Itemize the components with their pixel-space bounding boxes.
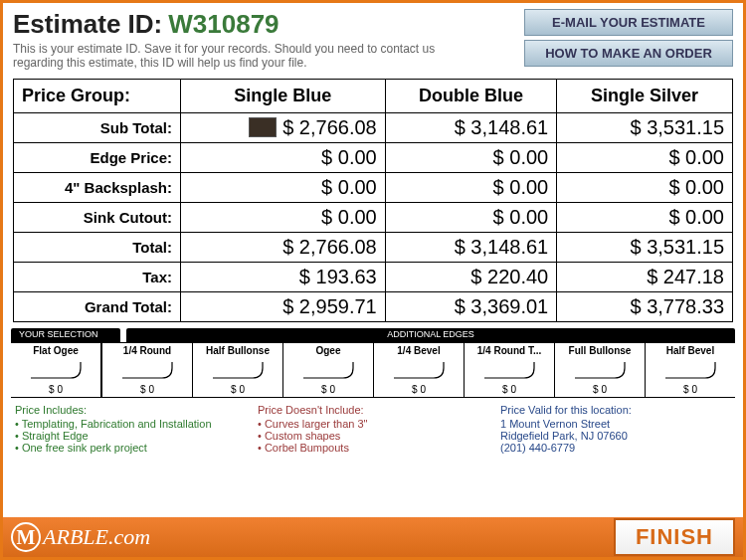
header: Estimate ID: W310879 This is your estima… bbox=[3, 3, 743, 75]
row-label: Edge Price: bbox=[14, 142, 181, 172]
edge-profile-icon bbox=[13, 358, 98, 382]
estimate-id-value: W310879 bbox=[168, 9, 279, 40]
edge-option[interactable]: Ogee$ 0 bbox=[283, 343, 374, 397]
edge-name: 1/4 Round bbox=[104, 345, 190, 356]
includes-item: Templating, Fabrication and Installation bbox=[15, 418, 246, 430]
finish-button[interactable]: FINISH bbox=[614, 518, 735, 556]
logo-text: ARBLE.com bbox=[43, 524, 150, 550]
info-row: Price Includes: Templating, Fabrication … bbox=[3, 398, 743, 458]
header-buttons: E-MAIL YOUR ESTIMATE HOW TO MAKE AN ORDE… bbox=[524, 9, 733, 71]
price-cell: $ 0.00 bbox=[385, 172, 556, 202]
edge-name: 1/4 Bevel bbox=[376, 345, 462, 356]
price-row: Edge Price:$ 0.00$ 0.00$ 0.00 bbox=[14, 142, 733, 172]
edge-name: Ogee bbox=[285, 345, 371, 356]
location-line: (201) 440-6779 bbox=[500, 442, 731, 454]
row-label: Sink Cutout: bbox=[14, 202, 181, 232]
includes-item: One free sink perk project bbox=[15, 442, 246, 454]
edge-name: Half Bevel bbox=[648, 345, 733, 356]
location-title: Price Valid for this location: bbox=[500, 404, 731, 416]
logo-m-icon: M bbox=[11, 522, 41, 552]
price-cell: $ 0.00 bbox=[181, 202, 386, 232]
price-cell: $ 3,369.01 bbox=[385, 291, 556, 321]
price-row: Tax:$ 193.63$ 220.40$ 247.18 bbox=[14, 262, 733, 291]
price-cell: $ 0.00 bbox=[181, 142, 386, 172]
price-row: Grand Total:$ 2,959.71$ 3,369.01$ 3,778.… bbox=[14, 291, 733, 321]
price-excludes: Price Doesn't Include: Curves larger tha… bbox=[258, 404, 488, 454]
edge-price: $ 0 bbox=[195, 384, 280, 395]
edge-profile-icon bbox=[557, 358, 643, 382]
price-group-label: Price Group: bbox=[14, 79, 181, 112]
price-cell: $ 0.00 bbox=[557, 202, 733, 232]
price-includes: Price Includes: Templating, Fabrication … bbox=[15, 404, 246, 454]
estimate-id-sub: This is your estimate ID. Save it for yo… bbox=[13, 42, 451, 71]
price-table: Price Group:Single BlueDouble BlueSingle… bbox=[13, 79, 733, 322]
edge-name: Half Bullonse bbox=[195, 345, 280, 356]
edge-profile-icon bbox=[285, 358, 371, 382]
edges-row: Flat Ogee$ 01/4 Round$ 0Half Bullonse$ 0… bbox=[11, 342, 735, 398]
price-group-col: Double Blue bbox=[385, 79, 556, 112]
price-cell: $ 0.00 bbox=[557, 172, 733, 202]
price-cell: $ 2,766.08 bbox=[181, 112, 386, 142]
row-label: Grand Total: bbox=[14, 291, 181, 321]
edge-name: Flat Ogee bbox=[13, 345, 98, 356]
edge-name: Full Bullonse bbox=[557, 345, 643, 356]
footer: M ARBLE.com FINISH bbox=[3, 517, 743, 557]
edge-option[interactable]: Full Bullonse$ 0 bbox=[555, 343, 646, 397]
edge-option[interactable]: Flat Ogee$ 0 bbox=[11, 343, 102, 397]
price-cell: $ 247.18 bbox=[557, 262, 733, 291]
includes-title: Price Includes: bbox=[15, 404, 246, 416]
edge-price: $ 0 bbox=[13, 384, 98, 395]
marble-logo: M ARBLE.com bbox=[11, 522, 150, 552]
edge-option[interactable]: 1/4 Round T...$ 0 bbox=[465, 343, 555, 397]
edge-profile-icon bbox=[466, 358, 552, 382]
price-cell: $ 2,766.08 bbox=[181, 232, 386, 262]
edge-option[interactable]: Half Bevel$ 0 bbox=[646, 343, 735, 397]
row-label: Total: bbox=[14, 232, 181, 262]
edge-option[interactable]: Half Bullonse$ 0 bbox=[193, 343, 283, 397]
price-cell: $ 0.00 bbox=[181, 172, 386, 202]
how-to-order-button[interactable]: HOW TO MAKE AN ORDER bbox=[524, 40, 733, 67]
edge-name: 1/4 Round T... bbox=[466, 345, 552, 356]
email-estimate-button[interactable]: E-MAIL YOUR ESTIMATE bbox=[524, 9, 733, 36]
row-label: 4" Backsplash: bbox=[14, 172, 181, 202]
edge-profile-icon bbox=[376, 358, 462, 382]
excludes-item: Curves larger than 3" bbox=[258, 418, 488, 430]
price-cell: $ 220.40 bbox=[385, 262, 556, 291]
price-cell: $ 0.00 bbox=[557, 142, 733, 172]
price-group-col: Single Silver bbox=[557, 79, 733, 112]
title-row: Estimate ID: W310879 bbox=[13, 9, 524, 40]
row-label: Tax: bbox=[14, 262, 181, 291]
includes-item: Straight Edge bbox=[15, 430, 246, 442]
price-cell: $ 0.00 bbox=[385, 142, 556, 172]
price-row: 4" Backsplash:$ 0.00$ 0.00$ 0.00 bbox=[14, 172, 733, 202]
price-cell: $ 3,148.61 bbox=[385, 232, 556, 262]
edge-price: $ 0 bbox=[466, 384, 552, 395]
price-row: Sub Total:$ 2,766.08$ 3,148.61$ 3,531.15 bbox=[14, 112, 733, 142]
edges-strip: YOUR SELECTION ADDITIONAL EDGES Flat Oge… bbox=[11, 328, 735, 398]
edge-profile-icon bbox=[104, 358, 190, 382]
price-cell: $ 2,959.71 bbox=[181, 291, 386, 321]
price-location: Price Valid for this location: 1 Mount V… bbox=[500, 404, 731, 454]
price-cell: $ 3,778.33 bbox=[557, 291, 733, 321]
price-group-col: Single Blue bbox=[181, 79, 386, 112]
excludes-title: Price Doesn't Include: bbox=[258, 404, 488, 416]
estimate-id-label: Estimate ID: bbox=[13, 9, 162, 40]
edge-price: $ 0 bbox=[376, 384, 462, 395]
edge-profile-icon bbox=[648, 358, 733, 382]
selection-head: YOUR SELECTION bbox=[11, 328, 120, 342]
row-label: Sub Total: bbox=[14, 112, 181, 142]
location-line: Ridgefield Park, NJ 07660 bbox=[500, 430, 731, 442]
edge-price: $ 0 bbox=[285, 384, 371, 395]
edge-profile-icon bbox=[195, 358, 280, 382]
price-cell: $ 0.00 bbox=[385, 202, 556, 232]
price-cell: $ 3,531.15 bbox=[557, 112, 733, 142]
edge-option[interactable]: 1/4 Bevel$ 0 bbox=[374, 343, 465, 397]
edge-price: $ 0 bbox=[104, 384, 190, 395]
excludes-item: Custom shapes bbox=[258, 430, 488, 442]
price-cell: $ 193.63 bbox=[181, 262, 386, 291]
price-cell: $ 3,148.61 bbox=[385, 112, 556, 142]
price-row: Total:$ 2,766.08$ 3,148.61$ 3,531.15 bbox=[14, 232, 733, 262]
excludes-item: Corbel Bumpouts bbox=[258, 442, 488, 454]
edge-option[interactable]: 1/4 Round$ 0 bbox=[102, 343, 193, 397]
edges-header: YOUR SELECTION ADDITIONAL EDGES bbox=[11, 328, 735, 342]
